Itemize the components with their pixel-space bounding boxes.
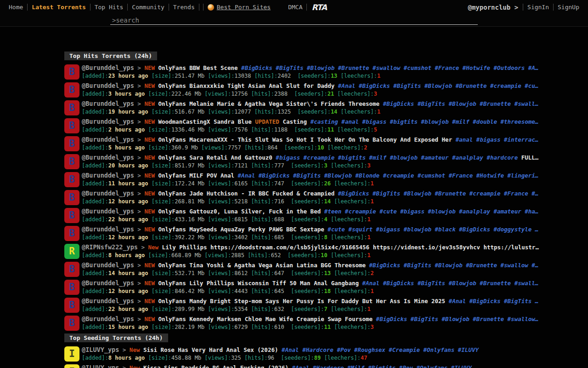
hits-label: [hits]:	[248, 91, 274, 97]
hashtag-links[interactable]: #BigDicks #BigTits #Blowjob #Brunette #s…	[376, 316, 539, 322]
uploader-avatar[interactable]: B	[64, 208, 79, 223]
top-hits-rows: B @Burunddel_yps > NEW OnlyFans BBW Best…	[64, 63, 588, 333]
torrent-title[interactable]: OnlyFans BBW Best Scene	[158, 64, 241, 71]
uploader-avatar[interactable]: I	[64, 364, 79, 368]
uploader-avatar[interactable]: B	[64, 262, 79, 277]
rta-logo[interactable]: RTA	[307, 3, 331, 12]
uploader-avatar[interactable]: B	[64, 298, 79, 313]
hashtag-links[interactable]: #BigDicks #BigTits #Blowjob #Brunette #s…	[369, 262, 539, 269]
uploader-avatar[interactable]: I	[64, 346, 79, 362]
views-value: 6815	[234, 216, 248, 223]
torrent-title-cont[interactable]: Casting	[283, 118, 310, 125]
torrent-row-text: @Burunddel_yps > NEW Onlyfans Sara Retal…	[82, 153, 538, 171]
hashtag-links[interactable]: #Anal #BigDicks #BigTits #Blowjob #Brune…	[338, 82, 539, 89]
torrent-title[interactable]: OnlyFans Gattouz0, Luna Silver, Fuck in …	[158, 208, 324, 215]
uploader-link[interactable]: @ILUVY_yps	[82, 364, 119, 368]
uploader-avatar[interactable]: B	[64, 154, 79, 169]
hashtag-links[interactable]: #Anal #Hardcore #Milf #Bigtits #Pov #Onl…	[292, 364, 472, 368]
uploader-link[interactable]: @Burunddel_yps	[82, 207, 134, 215]
hashtag-links[interactable]: #anal #bigass #interrac…	[456, 136, 539, 143]
hashtag-links[interactable]: #Anal #Hardcore #Pov #Roughsex #Creampie…	[282, 346, 479, 353]
torrent-title[interactable]: WoodmanCastingX Sandra Blue	[158, 118, 255, 125]
hashtag-links[interactable]: #cute #squirt #bigass #blowjob #black #B…	[328, 226, 538, 233]
account-link[interactable]: @mypornclub >	[463, 4, 523, 11]
uploader-link[interactable]: @Burunddel_yps	[82, 100, 134, 107]
leechers-label: [leechers]:	[334, 91, 374, 97]
hashtag-links[interactable]: #BigDicks #BigTits #Blowjob #Brunette #s…	[383, 100, 539, 107]
torrent-title[interactable]: Onlyfans MILF POV Anal	[158, 172, 237, 179]
torrent-row: I @ILUVY_yps > New Kissa Sins Roadside B…	[64, 363, 588, 368]
uploader-link[interactable]: @ILUVY_yps	[82, 346, 119, 353]
uploader-link[interactable]: @Burunddel_yps	[82, 190, 134, 197]
uploader-avatar[interactable]: B	[64, 100, 79, 115]
torrent-title[interactable]: OnlyFans Lily Phillips Wisconsin Tiff 50…	[158, 280, 362, 287]
nav-trends[interactable]: Trends	[169, 4, 199, 11]
uploader-avatar[interactable]: B	[64, 172, 79, 187]
uploader-avatar[interactable]: B	[64, 136, 79, 151]
uploader-link[interactable]: @Burunddel_yps	[82, 154, 134, 161]
hashtag-links[interactable]: #Anal #BigDicks #BigTits …	[449, 298, 539, 305]
torrent-title[interactable]: Lily Phillips https://doodstream.com/e/l…	[162, 244, 539, 251]
torrent-title[interactable]: Sisi Rose Has Very Hard Anal Sex (2026)	[143, 346, 282, 353]
torrent-row: B @Burunddel_yps > NEW Onlyfans MaySeeds…	[64, 225, 588, 243]
uploader-avatar[interactable]: B	[64, 82, 79, 98]
nav-top-hits[interactable]: Top Hits	[90, 4, 128, 11]
uploader-link[interactable]: @Burunddel_yps	[82, 82, 134, 89]
hashtag-links[interactable]: #Anal #BigDicks #BigTits #Blowjob #Blond…	[238, 172, 539, 179]
uploader-avatar[interactable]: B	[64, 280, 79, 295]
nav-latest-torrents[interactable]: Latest Torrents	[28, 4, 90, 11]
hashtag-links[interactable]: #Anal #BigDicks #BigTits #Blowjob #Brune…	[362, 280, 539, 287]
torrent-row-text: @RIPNsfw222_yps > New Lily Phillips http…	[82, 243, 539, 261]
nav-community[interactable]: Community	[128, 4, 168, 11]
views-value: 5218	[234, 198, 248, 205]
nav-dmca[interactable]: DMCA	[284, 4, 306, 11]
size-label: [size]:	[148, 109, 175, 115]
torrent-title[interactable]: Kissa Sins Roadside BG Anal Fucking (202…	[143, 364, 292, 368]
hashtag-links[interactable]: #casting #anal #bigass #bigtits #blowjob…	[311, 118, 539, 125]
search-input[interactable]	[110, 16, 478, 25]
signin-link[interactable]: SignIn	[523, 4, 553, 11]
hashtag-links[interactable]: #teen #creampie #cute #bigass #blowjob #…	[324, 208, 539, 215]
torrent-title[interactable]: OnlyFans Tina Yoshi & Agatha Vega Asian …	[158, 262, 369, 269]
leechers-value: 1	[377, 73, 380, 79]
uploader-avatar[interactable]: B	[64, 316, 79, 331]
uploader-avatar[interactable]: B	[64, 190, 79, 205]
seeders-label: [seeders]:	[284, 216, 324, 223]
signup-link[interactable]: SignUp	[554, 4, 583, 11]
torrent-title-line: @Burunddel_yps > NEW Onlyfans MILF POV A…	[82, 171, 538, 180]
uploader-link[interactable]: @Burunddel_yps	[82, 118, 134, 125]
added-value: 22 hours ago	[108, 216, 148, 223]
views-label: [views]:	[201, 252, 231, 259]
hashtag-links[interactable]: #BigDicks #BigTits #Blowjob #Brunette #c…	[338, 190, 539, 197]
hashtag-links[interactable]: #bigass #creampie #bigtits #milf #blowjo…	[276, 154, 521, 161]
torrent-title[interactable]: OnlyFans Kennedy Marksen Chloe Mae Wife …	[158, 316, 376, 322]
leechers-value: 1	[371, 180, 374, 187]
uploader-avatar[interactable]: R	[64, 244, 79, 259]
uploader-avatar[interactable]: B	[64, 118, 79, 133]
uploader-link[interactable]: @RIPNsfw222_yps	[82, 243, 138, 251]
torrent-title[interactable]: OnlyFans Bianxxxkie Tight Asian Anal Slu…	[158, 82, 338, 89]
uploader-link[interactable]: @Burunddel_yps	[82, 297, 134, 305]
uploader-link[interactable]: @Burunddel_yps	[82, 64, 134, 71]
torrent-title[interactable]: OnlyFans Melanie Marie & Agatha Vega Sis…	[158, 100, 383, 107]
uploader-avatar[interactable]: B	[64, 226, 79, 241]
uploader-link[interactable]: @Burunddel_yps	[82, 225, 134, 233]
uploader-link[interactable]: @Burunddel_yps	[82, 279, 134, 287]
torrent-title[interactable]: OnlyFans Mandy Bright Step-mom Says Her …	[158, 298, 448, 305]
torrent-title[interactable]: Onlyfans Sara Retali And Gattouz0	[158, 154, 276, 161]
torrent-meta-line: [added]:12 hours ago [size]:268.81 Mb [v…	[82, 198, 538, 206]
hashtag-links[interactable]: #BigDicks #BigTits #Blowjob #Brunette #s…	[241, 64, 538, 71]
torrent-title[interactable]: OnlyFans Jade Hutchison - IR BBC Fucked …	[158, 190, 338, 197]
uploader-link[interactable]: @Burunddel_yps	[82, 315, 134, 322]
chevron-right-icon: >	[134, 136, 145, 143]
torrent-title[interactable]: OnlyFans MacarenaXXX - This Slut Was So …	[158, 136, 455, 143]
torrent-row: B @Burunddel_yps > NEW OnlyFans Melanie …	[64, 99, 588, 117]
nav-home[interactable]: Home	[5, 4, 27, 11]
chevron-right-icon: >	[134, 100, 145, 107]
uploader-link[interactable]: @Burunddel_yps	[82, 136, 134, 143]
uploader-link[interactable]: @Burunddel_yps	[82, 261, 134, 269]
nav-best-porn-sites[interactable]: Best Porn Sites	[204, 4, 275, 11]
torrent-title[interactable]: Onlyfans MaySeeds AquaZay Perky PAWG BBC…	[158, 226, 328, 233]
uploader-link[interactable]: @Burunddel_yps	[82, 172, 134, 179]
uploader-avatar[interactable]: B	[64, 64, 79, 80]
